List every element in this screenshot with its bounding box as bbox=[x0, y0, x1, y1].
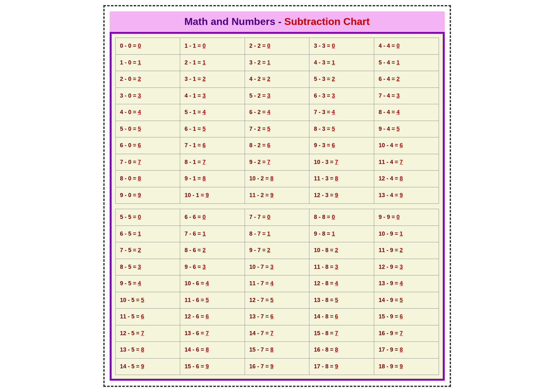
bottom-section: 5 - 5 = 06 - 6 = 07 - 7 = 08 - 8 = 09 - … bbox=[115, 209, 439, 375]
equation: 11 - 9 = 2 bbox=[379, 245, 435, 256]
table-cell: 2 - 2 = 0 bbox=[245, 38, 310, 55]
equation: 7 - 1 = 6 bbox=[185, 141, 241, 151]
equation: 12 - 9 = 3 bbox=[379, 262, 435, 272]
answer: 6 bbox=[335, 313, 338, 320]
answer: 6 bbox=[141, 313, 144, 320]
equation: 8 - 3 = 5 bbox=[314, 124, 370, 134]
equation: 9 - 2 = 7 bbox=[249, 157, 306, 167]
answer: 7 bbox=[206, 330, 209, 336]
answer: 9 bbox=[206, 363, 209, 370]
answer: 4 bbox=[138, 280, 141, 286]
equation: 7 - 6 = 1 bbox=[185, 229, 241, 239]
equation: 16 - 9 = 7 bbox=[379, 329, 435, 339]
answer: 8 bbox=[399, 175, 403, 182]
table-cell: 7 - 0 = 7 bbox=[116, 154, 180, 171]
answer: 8 bbox=[270, 347, 273, 353]
answer: 9 bbox=[270, 192, 273, 198]
table-cell: 0 - 0 = 0 bbox=[116, 38, 180, 55]
equation: 4 - 1 = 3 bbox=[185, 91, 241, 101]
table-cell: 6 - 3 = 3 bbox=[309, 88, 374, 105]
table-cell: 14 - 9 = 5 bbox=[374, 292, 439, 309]
answer: 1 bbox=[138, 231, 141, 237]
table-cell: 12 - 6 = 6 bbox=[180, 309, 245, 325]
answer: 6 bbox=[399, 142, 403, 148]
answer: 9 bbox=[138, 192, 141, 198]
answer: 4 bbox=[206, 280, 209, 286]
table-cell: 13 - 4 = 9 bbox=[374, 187, 439, 204]
answer: 1 bbox=[267, 59, 270, 66]
answer: 6 bbox=[332, 142, 335, 148]
answer: 4 bbox=[332, 109, 335, 115]
answer: 5 bbox=[141, 297, 144, 303]
table-cell: 11 - 3 = 8 bbox=[309, 171, 374, 187]
table-cell: 18 - 9 = 9 bbox=[374, 359, 439, 375]
answer: 9 bbox=[141, 363, 144, 370]
equation: 9 - 6 = 3 bbox=[185, 262, 241, 272]
answer: 1 bbox=[267, 231, 270, 237]
table-cell: 11 - 5 = 6 bbox=[116, 309, 180, 325]
answer: 5 bbox=[267, 126, 270, 132]
equation: 3 - 3 = 0 bbox=[314, 41, 370, 51]
answer: 2 bbox=[267, 76, 270, 82]
equation: 7 - 3 = 4 bbox=[314, 107, 370, 118]
answer: 9 bbox=[399, 192, 403, 198]
equation: 12 - 3 = 9 bbox=[314, 190, 370, 201]
answer: 1 bbox=[203, 231, 206, 237]
table-cell: 12 - 5 = 7 bbox=[116, 325, 180, 342]
table-cell: 1 - 1 = 0 bbox=[180, 38, 245, 55]
equation: 14 - 5 = 9 bbox=[120, 362, 176, 372]
table-cell: 14 - 6 = 8 bbox=[180, 342, 245, 359]
answer: 6 bbox=[203, 142, 206, 148]
table-cell: 4 - 1 = 3 bbox=[180, 88, 245, 105]
table-cell: 11 - 8 = 3 bbox=[309, 259, 374, 276]
math-text: Math and Numbers - bbox=[184, 16, 284, 27]
answer: 0 bbox=[396, 214, 399, 220]
answer: 4 bbox=[399, 280, 403, 286]
table-cell: 8 - 4 = 4 bbox=[374, 104, 439, 121]
answer: 5 bbox=[335, 297, 338, 303]
equation: 17 - 8 = 9 bbox=[314, 362, 370, 372]
table-cell: 16 - 9 = 7 bbox=[374, 325, 439, 342]
equation: 8 - 7 = 1 bbox=[249, 229, 306, 239]
equation: 1 - 0 = 1 bbox=[120, 58, 176, 68]
outer-container: Math and Numbers - Subtraction Chart 0 -… bbox=[103, 5, 451, 387]
answer: 0 bbox=[332, 214, 335, 220]
answer: 3 bbox=[203, 264, 206, 270]
answer: 0 bbox=[203, 214, 206, 220]
equation: 2 - 2 = 0 bbox=[249, 41, 306, 51]
equation: 10 - 8 = 2 bbox=[314, 245, 370, 256]
answer: 2 bbox=[267, 247, 270, 253]
table-cell: 9 - 6 = 3 bbox=[180, 259, 245, 276]
table-cell: 14 - 7 = 7 bbox=[245, 325, 310, 342]
equation: 7 - 7 = 0 bbox=[249, 212, 306, 222]
table-cell: 6 - 5 = 1 bbox=[116, 226, 180, 243]
equation: 4 - 0 = 4 bbox=[120, 107, 176, 118]
table-cell: 7 - 7 = 0 bbox=[245, 209, 310, 226]
equation: 14 - 6 = 8 bbox=[185, 345, 241, 355]
answer: 6 bbox=[270, 313, 273, 320]
equation: 10 - 7 = 3 bbox=[249, 262, 306, 272]
answer: 4 bbox=[138, 109, 141, 115]
answer: 5 bbox=[206, 297, 209, 303]
table-cell: 8 - 0 = 8 bbox=[116, 171, 180, 187]
table-cell: 17 - 8 = 9 bbox=[309, 359, 374, 375]
answer: 3 bbox=[203, 93, 206, 99]
answer: 2 bbox=[203, 247, 206, 253]
table-cell: 10 - 1 = 9 bbox=[180, 187, 245, 204]
equation: 6 - 1 = 5 bbox=[185, 124, 241, 134]
equation: 10 - 2 = 8 bbox=[249, 174, 306, 184]
equation: 15 - 6 = 9 bbox=[185, 362, 241, 372]
table-cell: 11 - 2 = 9 bbox=[245, 187, 310, 204]
table-cell: 5 - 4 = 1 bbox=[374, 55, 439, 71]
answer: 4 bbox=[203, 109, 206, 115]
answer: 0 bbox=[138, 214, 141, 220]
equation: 8 - 0 = 8 bbox=[120, 174, 176, 184]
table-cell: 3 - 1 = 2 bbox=[180, 71, 245, 88]
equation: 12 - 5 = 7 bbox=[120, 329, 176, 339]
table-cell: 7 - 2 = 5 bbox=[245, 121, 310, 138]
table-cell: 12 - 9 = 3 bbox=[374, 259, 439, 276]
table-cell: 10 - 6 = 4 bbox=[180, 275, 245, 292]
table-cell: 14 - 8 = 6 bbox=[309, 309, 374, 325]
answer: 5 bbox=[399, 297, 403, 303]
answer: 7 bbox=[335, 330, 338, 336]
